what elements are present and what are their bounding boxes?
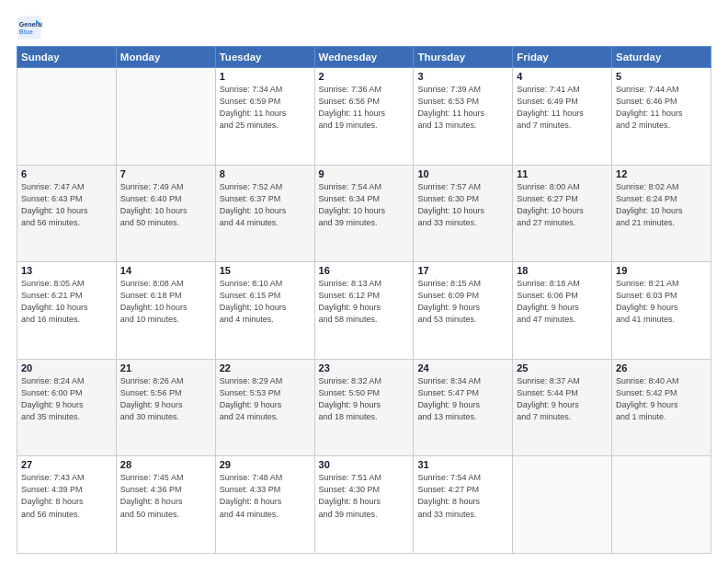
calendar-cell: [17, 68, 117, 166]
calendar-week-1: 1Sunrise: 7:34 AMSunset: 6:59 PMDaylight…: [17, 68, 711, 166]
day-number: 26: [616, 362, 707, 373]
svg-rect-0: [17, 16, 40, 39]
weekday-header-friday: Friday: [513, 47, 612, 68]
calendar-table: SundayMondayTuesdayWednesdayThursdayFrid…: [17, 46, 711, 554]
weekday-header-sunday: Sunday: [17, 47, 117, 68]
day-number: 5: [616, 71, 707, 82]
day-number: 9: [319, 168, 410, 179]
weekday-header-monday: Monday: [116, 47, 215, 68]
day-info: Sunrise: 7:34 AMSunset: 6:59 PMDaylight:…: [220, 84, 311, 132]
day-info: Sunrise: 8:37 AMSunset: 5:44 PMDaylight:…: [517, 375, 608, 423]
day-info: Sunrise: 8:40 AMSunset: 5:42 PMDaylight:…: [616, 375, 707, 423]
weekday-header-wednesday: Wednesday: [314, 47, 414, 68]
header: General Blue: [17, 15, 711, 40]
day-number: 18: [517, 265, 608, 276]
day-number: 12: [616, 168, 707, 179]
day-number: 27: [21, 459, 112, 470]
calendar-cell: 17Sunrise: 8:15 AMSunset: 6:09 PMDayligh…: [414, 262, 513, 360]
weekday-header-tuesday: Tuesday: [215, 47, 314, 68]
logo: General Blue: [17, 15, 46, 40]
day-number: 7: [120, 168, 211, 179]
day-info: Sunrise: 7:44 AMSunset: 6:46 PMDaylight:…: [616, 84, 707, 132]
day-info: Sunrise: 8:34 AMSunset: 5:47 PMDaylight:…: [417, 375, 508, 423]
calendar-cell: 14Sunrise: 8:08 AMSunset: 6:18 PMDayligh…: [116, 262, 215, 360]
day-info: Sunrise: 8:26 AMSunset: 5:56 PMDaylight:…: [120, 375, 211, 423]
day-info: Sunrise: 8:10 AMSunset: 6:15 PMDaylight:…: [220, 278, 311, 326]
day-info: Sunrise: 7:57 AMSunset: 6:30 PMDaylight:…: [417, 181, 508, 229]
day-info: Sunrise: 7:54 AMSunset: 4:27 PMDaylight:…: [417, 472, 508, 520]
day-number: 28: [120, 459, 211, 470]
day-info: Sunrise: 7:54 AMSunset: 6:34 PMDaylight:…: [319, 181, 410, 229]
calendar-cell: [513, 456, 612, 554]
day-info: Sunrise: 7:41 AMSunset: 6:49 PMDaylight:…: [517, 84, 608, 132]
day-number: 29: [220, 459, 311, 470]
calendar-cell: 15Sunrise: 8:10 AMSunset: 6:15 PMDayligh…: [215, 262, 314, 360]
day-number: 10: [417, 168, 508, 179]
day-info: Sunrise: 8:13 AMSunset: 6:12 PMDaylight:…: [319, 278, 410, 326]
calendar-cell: 12Sunrise: 8:02 AMSunset: 6:24 PMDayligh…: [612, 165, 711, 262]
calendar-cell: 5Sunrise: 7:44 AMSunset: 6:46 PMDaylight…: [612, 68, 711, 166]
day-number: 24: [417, 362, 508, 373]
day-info: Sunrise: 7:39 AMSunset: 6:53 PMDaylight:…: [417, 84, 508, 132]
day-number: 30: [319, 459, 410, 470]
day-number: 1: [220, 71, 311, 82]
day-number: 23: [319, 362, 410, 373]
calendar-cell: 29Sunrise: 7:48 AMSunset: 4:33 PMDayligh…: [215, 456, 314, 554]
calendar-cell: 21Sunrise: 8:26 AMSunset: 5:56 PMDayligh…: [116, 359, 215, 456]
calendar-cell: 23Sunrise: 8:32 AMSunset: 5:50 PMDayligh…: [314, 359, 414, 456]
day-info: Sunrise: 7:36 AMSunset: 6:56 PMDaylight:…: [319, 84, 410, 132]
day-number: 17: [417, 265, 508, 276]
calendar-cell: [116, 68, 215, 166]
day-number: 2: [319, 71, 410, 82]
day-number: 11: [517, 168, 608, 179]
day-number: 3: [417, 71, 508, 82]
day-info: Sunrise: 7:49 AMSunset: 6:40 PMDaylight:…: [120, 181, 211, 229]
page: General Blue SundayMondayTuesdayWednesda…: [0, 0, 728, 563]
day-number: 21: [120, 362, 211, 373]
day-number: 15: [220, 265, 311, 276]
calendar-cell: 31Sunrise: 7:54 AMSunset: 4:27 PMDayligh…: [414, 456, 513, 554]
day-info: Sunrise: 8:02 AMSunset: 6:24 PMDaylight:…: [616, 181, 707, 229]
day-info: Sunrise: 7:47 AMSunset: 6:43 PMDaylight:…: [21, 181, 112, 229]
calendar-cell: 7Sunrise: 7:49 AMSunset: 6:40 PMDaylight…: [116, 165, 215, 262]
calendar-cell: 6Sunrise: 7:47 AMSunset: 6:43 PMDaylight…: [17, 165, 117, 262]
day-info: Sunrise: 7:48 AMSunset: 4:33 PMDaylight:…: [220, 472, 311, 520]
day-number: 6: [21, 168, 112, 179]
day-number: 25: [517, 362, 608, 373]
calendar-cell: 24Sunrise: 8:34 AMSunset: 5:47 PMDayligh…: [414, 359, 513, 456]
day-number: 16: [319, 265, 410, 276]
calendar-cell: 2Sunrise: 7:36 AMSunset: 6:56 PMDaylight…: [314, 68, 414, 166]
day-info: Sunrise: 8:24 AMSunset: 6:00 PMDaylight:…: [21, 375, 112, 423]
calendar-week-2: 6Sunrise: 7:47 AMSunset: 6:43 PMDaylight…: [17, 165, 711, 262]
calendar-cell: 22Sunrise: 8:29 AMSunset: 5:53 PMDayligh…: [215, 359, 314, 456]
calendar-week-3: 13Sunrise: 8:05 AMSunset: 6:21 PMDayligh…: [17, 262, 711, 360]
logo-icon: General Blue: [17, 15, 42, 40]
day-info: Sunrise: 8:29 AMSunset: 5:53 PMDaylight:…: [220, 375, 311, 423]
day-info: Sunrise: 8:21 AMSunset: 6:03 PMDaylight:…: [616, 278, 707, 326]
calendar-cell: 1Sunrise: 7:34 AMSunset: 6:59 PMDaylight…: [215, 68, 314, 166]
weekday-header-thursday: Thursday: [414, 47, 513, 68]
calendar-cell: 10Sunrise: 7:57 AMSunset: 6:30 PMDayligh…: [414, 165, 513, 262]
calendar-cell: 13Sunrise: 8:05 AMSunset: 6:21 PMDayligh…: [17, 262, 117, 360]
day-info: Sunrise: 8:08 AMSunset: 6:18 PMDaylight:…: [120, 278, 211, 326]
calendar-cell: 20Sunrise: 8:24 AMSunset: 6:00 PMDayligh…: [17, 359, 117, 456]
calendar-cell: [612, 456, 711, 554]
calendar-cell: 8Sunrise: 7:52 AMSunset: 6:37 PMDaylight…: [215, 165, 314, 262]
calendar-cell: 4Sunrise: 7:41 AMSunset: 6:49 PMDaylight…: [513, 68, 612, 166]
day-number: 20: [21, 362, 112, 373]
day-info: Sunrise: 8:05 AMSunset: 6:21 PMDaylight:…: [21, 278, 112, 326]
day-number: 14: [120, 265, 211, 276]
weekday-header-saturday: Saturday: [612, 47, 711, 68]
svg-text:General: General: [19, 21, 42, 28]
calendar-cell: 18Sunrise: 8:18 AMSunset: 6:06 PMDayligh…: [513, 262, 612, 360]
calendar-cell: 3Sunrise: 7:39 AMSunset: 6:53 PMDaylight…: [414, 68, 513, 166]
day-number: 31: [417, 459, 508, 470]
day-number: 4: [517, 71, 608, 82]
calendar-cell: 16Sunrise: 8:13 AMSunset: 6:12 PMDayligh…: [314, 262, 414, 360]
day-info: Sunrise: 7:52 AMSunset: 6:37 PMDaylight:…: [220, 181, 311, 229]
calendar-cell: 26Sunrise: 8:40 AMSunset: 5:42 PMDayligh…: [612, 359, 711, 456]
calendar-cell: 25Sunrise: 8:37 AMSunset: 5:44 PMDayligh…: [513, 359, 612, 456]
calendar-week-5: 27Sunrise: 7:43 AMSunset: 4:39 PMDayligh…: [17, 456, 711, 554]
day-info: Sunrise: 7:43 AMSunset: 4:39 PMDaylight:…: [21, 472, 112, 520]
day-info: Sunrise: 8:15 AMSunset: 6:09 PMDaylight:…: [417, 278, 508, 326]
